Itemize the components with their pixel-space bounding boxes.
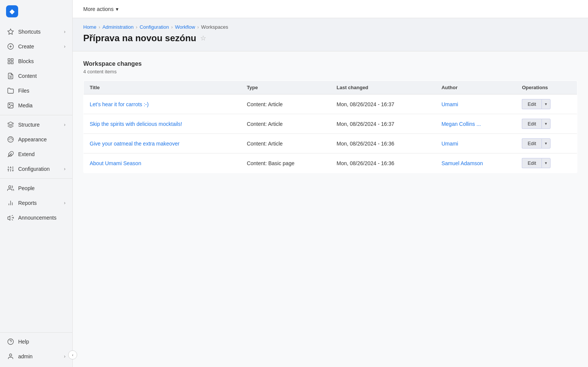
sidebar-item-structure[interactable]: Structure › [2,118,71,132]
edit-button-1[interactable]: Edit [522,119,541,129]
breadcrumb-sep-1: › [99,25,100,30]
sidebar-logo[interactable]: ◆ [0,0,72,23]
cell-last-changed-3: Mon, 08/26/2024 - 16:36 [331,153,436,173]
sidebar-divider-1 [0,115,72,115]
sidebar-item-help[interactable]: Help [2,334,71,349]
breadcrumb-sep-2: › [136,25,137,30]
sidebar-item-content-label: Content [18,73,65,79]
cell-operations-1: Edit ▾ [516,114,577,134]
sidebar-item-people-label: People [18,185,65,191]
sidebar-item-extend-label: Extend [18,151,65,157]
sidebar-item-people[interactable]: People [2,181,71,195]
author-link-3[interactable]: Samuel Adamson [442,160,483,166]
sidebar-bottom: Help admin › [0,332,72,367]
sidebar-item-shortcuts[interactable]: Shortcuts › [2,25,71,39]
table-row: About Umami Season Content: Basic page M… [84,153,577,173]
sidebar: ◆ Shortcuts › Create › Blocks [0,0,73,367]
chevron-right-icon: › [64,354,65,359]
sidebar-item-structure-label: Structure [18,122,64,128]
chevron-right-icon: › [64,44,65,49]
puzzle-icon [7,150,14,158]
svg-rect-4 [8,59,10,60]
breadcrumb-configuration[interactable]: Configuration [140,24,169,30]
author-link-0[interactable]: Umami [442,101,458,107]
author-link-2[interactable]: Umami [442,141,458,147]
chevron-right-icon: › [64,166,65,172]
sidebar-item-admin-label: admin [18,353,64,359]
breadcrumb-sep-4: › [198,25,199,30]
title-link-1[interactable]: Skip the spirits with delicious mocktail… [90,121,182,127]
author-link-1[interactable]: Megan Collins ... [442,121,481,127]
sidebar-item-media[interactable]: Media [2,98,71,113]
sidebar-item-configuration[interactable]: Configuration › [2,162,71,176]
cell-author-1: Megan Collins ... [436,114,516,134]
grid-icon [7,57,14,65]
breadcrumb-sep-3: › [171,25,173,30]
sidebar-item-help-label: Help [18,339,65,345]
edit-button-0[interactable]: Edit [522,99,541,109]
col-last-changed: Last changed [331,81,436,94]
col-title: Title [84,81,241,94]
users-icon [7,184,14,192]
sidebar-item-appearance[interactable]: Appearance [2,132,71,147]
edit-dropdown-button-0[interactable]: ▾ [541,99,551,109]
cell-last-changed-2: Mon, 08/26/2024 - 16:36 [331,134,436,153]
app-logo-icon: ◆ [6,5,18,17]
sidebar-item-announcements[interactable]: Announcements [2,211,71,225]
breadcrumb-home[interactable]: Home [83,24,96,30]
svg-marker-12 [8,122,14,125]
folder-icon [7,87,14,94]
sidebar-item-blocks-label: Blocks [18,58,65,64]
cell-last-changed-0: Mon, 08/26/2024 - 16:37 [331,94,436,114]
edit-button-3[interactable]: Edit [522,158,541,168]
cell-author-2: Umami [436,134,516,153]
help-circle-icon [7,338,14,345]
svg-point-11 [9,104,10,105]
svg-point-17 [12,139,13,140]
svg-marker-0 [8,29,14,34]
title-link-2[interactable]: Give your oatmeal the extra makeover [90,141,179,147]
sidebar-item-configuration-label: Configuration [18,166,64,172]
page-header: Home › Administration › Configuration › … [73,18,588,51]
cell-operations-2: Edit ▾ [516,134,577,153]
cell-type-2: Content: Article [241,134,330,153]
edit-dropdown-button-3[interactable]: ▾ [541,158,551,168]
edit-dropdown-button-1[interactable]: ▾ [541,119,551,129]
cell-type-3: Content: Basic page [241,153,330,173]
edit-button-group-2: Edit ▾ [522,138,571,149]
col-operations: Operations [516,81,577,94]
sidebar-item-files[interactable]: Files [2,84,71,98]
sidebar-collapse-button[interactable]: ‹ [68,350,77,359]
sidebar-item-create[interactable]: Create › [2,39,71,54]
more-actions-button[interactable]: More actions ▾ [80,4,121,14]
image-icon [7,102,14,109]
edit-button-group-3: Edit ▾ [522,158,571,168]
breadcrumb-workspaces: Workspaces [201,24,228,30]
svg-point-14 [9,139,9,140]
star-icon [7,28,14,36]
title-link-0[interactable]: Let's hear it for carrots :-) [90,101,149,107]
table-row: Skip the spirits with delicious mocktail… [84,114,577,134]
breadcrumb-administration[interactable]: Administration [103,24,134,30]
edit-dropdown-button-2[interactable]: ▾ [541,138,551,149]
favorite-star-icon[interactable]: ☆ [200,34,206,42]
cell-author-0: Umami [436,94,516,114]
breadcrumb: Home › Administration › Configuration › … [83,24,577,30]
cell-type-1: Content: Article [241,114,330,134]
sidebar-item-shortcuts-label: Shortcuts [18,29,64,35]
sidebar-item-reports[interactable]: Reports › [2,196,71,210]
cell-title-3: About Umami Season [84,153,241,173]
plus-circle-icon [7,43,14,50]
sidebar-item-content[interactable]: Content [2,69,71,83]
breadcrumb-workflow[interactable]: Workflow [175,24,195,30]
title-link-3[interactable]: About Umami Season [90,160,141,166]
sliders-icon [7,165,14,173]
sidebar-item-extend[interactable]: Extend [2,147,71,161]
topbar: More actions ▾ [73,0,588,18]
svg-rect-6 [8,62,10,64]
sidebar-item-admin[interactable]: admin › [2,349,71,364]
megaphone-icon [7,214,14,221]
sidebar-item-blocks[interactable]: Blocks [2,54,71,68]
content-area: Home › Administration › Configuration › … [73,18,588,367]
edit-button-2[interactable]: Edit [522,138,541,149]
